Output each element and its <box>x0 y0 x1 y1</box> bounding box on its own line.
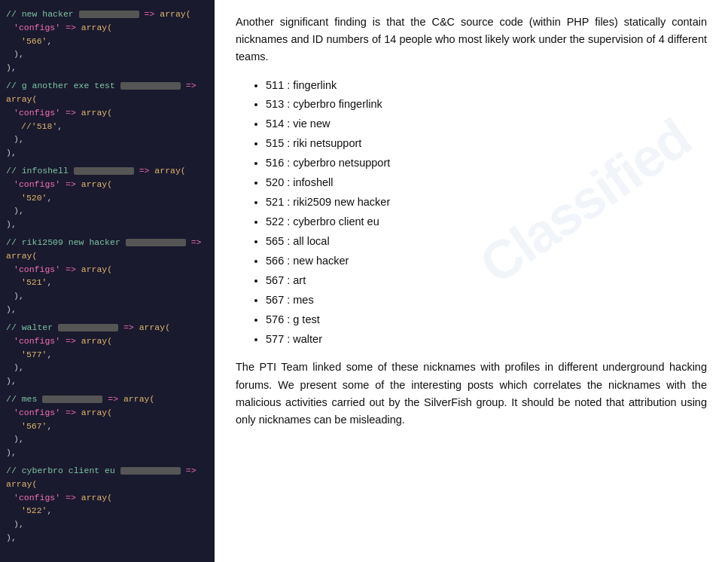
bullet-item: 516 : cyberbro netsupport <box>266 154 707 173</box>
bullet-list: 511 : fingerlink513 : cyberbro fingerlin… <box>266 77 707 349</box>
bullet-item: 566 : new hacker <box>266 252 707 270</box>
bullet-item: 521 : riki2509 new hacker <box>266 194 707 212</box>
bullet-item: 565 : all local <box>266 233 707 251</box>
bullet-item: 522 : cyberbro client eu <box>266 213 707 231</box>
code-block-mes: // mes => array( 'configs' => array( '56… <box>6 392 209 460</box>
code-block-g-another: // g another exe test => array( 'configs… <box>6 79 209 160</box>
content-panel: Classified Another significant finding i… <box>215 0 728 562</box>
code-block-new-hacker: // new hacker => array( 'configs' => arr… <box>6 8 209 75</box>
bullet-item: 514 : vie new <box>266 115 707 133</box>
code-comment: // new hacker <box>6 9 74 19</box>
code-block-riki2509: // riki2509 new hacker => array( 'config… <box>6 236 209 316</box>
bullet-item: 567 : mes <box>266 292 707 310</box>
intro-paragraph: Another significant finding is that the … <box>236 14 707 66</box>
bullet-item: 515 : riki netsupport <box>266 135 707 153</box>
bullet-item: 577 : walter <box>266 331 707 349</box>
bullet-item: 520 : infoshell <box>266 174 707 192</box>
bullet-item: 576 : g test <box>266 311 707 329</box>
outro-paragraph: The PTI Team linked some of these nickna… <box>236 359 707 429</box>
bullet-item: 567 : art <box>266 272 707 290</box>
code-block-cyberbro-client: // cyberbro client eu => array( 'configs… <box>6 464 209 545</box>
bullet-item: 513 : cyberbro fingerlink <box>266 96 707 114</box>
code-block-infoshell: // infoshell => array( 'configs' => arra… <box>6 164 209 231</box>
code-block-walter: // walter => array( 'configs' => array( … <box>6 321 209 388</box>
code-panel: // new hacker => array( 'configs' => arr… <box>0 0 215 562</box>
bullet-item: 511 : fingerlink <box>266 77 707 95</box>
